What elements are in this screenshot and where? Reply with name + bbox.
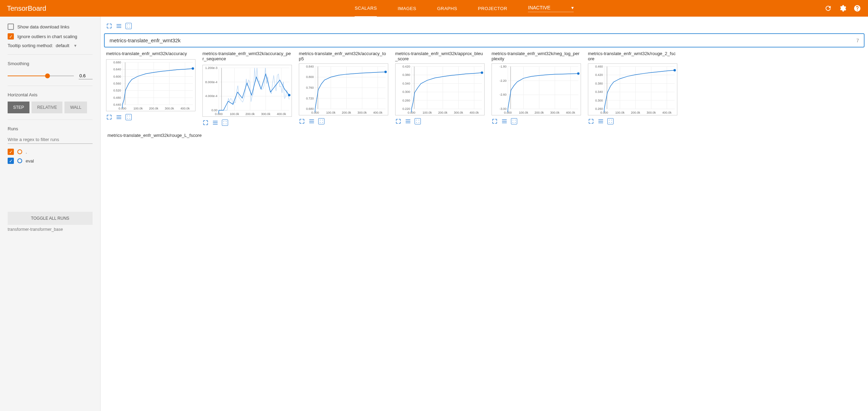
svg-point-115 bbox=[419, 122, 419, 123]
svg-text:0.680: 0.680 bbox=[306, 107, 314, 111]
category-count: 7 bbox=[856, 38, 859, 43]
chart-plot[interactable]: 0.8400.8000.7600.7200.6800.000100.0k200.… bbox=[299, 63, 388, 115]
fullscreen-icon[interactable] bbox=[106, 114, 112, 120]
help-icon[interactable] bbox=[853, 5, 861, 12]
svg-point-34 bbox=[130, 118, 130, 119]
fit-domain-icon[interactable] bbox=[125, 23, 132, 29]
run-row[interactable]: . bbox=[8, 149, 93, 155]
tab-images[interactable]: IMAGES bbox=[398, 0, 416, 17]
svg-text:200.0k: 200.0k bbox=[631, 111, 640, 114]
svg-point-114 bbox=[416, 122, 417, 123]
svg-point-85 bbox=[320, 122, 320, 123]
svg-text:400.0k: 400.0k bbox=[373, 111, 382, 114]
lines-icon[interactable] bbox=[116, 23, 122, 29]
svg-text:400.0k: 400.0k bbox=[277, 112, 286, 116]
runs-filter-input[interactable] bbox=[8, 135, 93, 144]
chart-plot[interactable]: 1.200e-38.000e-44.000e-40.000.000100.0k2… bbox=[202, 65, 292, 117]
svg-point-32 bbox=[130, 116, 130, 116]
fullscreen-icon[interactable] bbox=[395, 118, 401, 124]
category-card[interactable]: metrics-translate_enfr_wmt32k 7 bbox=[104, 33, 865, 47]
svg-point-56 bbox=[224, 121, 224, 122]
svg-point-140 bbox=[515, 122, 515, 123]
tab-scalars[interactable]: SCALARS bbox=[355, 0, 377, 17]
chart-title: metrics-translate_enfr_wmt32k/rouge_L_fs… bbox=[104, 131, 865, 140]
smoothing-input[interactable] bbox=[79, 72, 93, 79]
chart-plot[interactable]: 0.4200.3800.3400.3000.2600.2200.000100.0… bbox=[395, 63, 485, 115]
checkbox-checked-icon bbox=[8, 149, 14, 155]
lines-icon[interactable] bbox=[405, 118, 411, 124]
svg-text:0.220: 0.220 bbox=[402, 107, 410, 111]
refresh-icon[interactable] bbox=[824, 5, 832, 12]
logdir-label: transformer-transformer_base bbox=[8, 227, 93, 232]
ignore-outliers-row[interactable]: Ignore outliers in chart scaling bbox=[8, 33, 93, 40]
lines-icon[interactable] bbox=[212, 120, 218, 126]
svg-text:200.0k: 200.0k bbox=[149, 107, 158, 110]
tooltip-sort-select[interactable]: default ▾ bbox=[56, 43, 77, 48]
radio-icon bbox=[17, 158, 22, 163]
tab-projector[interactable]: PROJECTOR bbox=[478, 0, 507, 17]
svg-text:400.0k: 400.0k bbox=[662, 111, 671, 114]
fullscreen-icon[interactable] bbox=[492, 118, 498, 124]
svg-text:100.0k: 100.0k bbox=[230, 112, 239, 116]
chart-title: metrics-translate_enfr_wmt32k/approx_ble… bbox=[395, 51, 485, 61]
chart-title: metrics-translate_enfr_wmt32k/accuracy bbox=[106, 51, 196, 57]
axis-wall-button[interactable]: WALL bbox=[64, 102, 87, 113]
lines-icon[interactable] bbox=[116, 114, 122, 120]
chart-plot[interactable]: -1.80-2.20-2.60-3.000.000100.0k200.0k300… bbox=[492, 63, 581, 115]
svg-text:1.200e-3: 1.200e-3 bbox=[205, 66, 217, 70]
fit-domain-icon[interactable] bbox=[415, 118, 421, 124]
svg-point-169 bbox=[611, 122, 612, 123]
svg-text:0.260: 0.260 bbox=[595, 107, 603, 111]
chart-card: metrics-translate_enfr_wmt32k/accuracy_t… bbox=[299, 51, 388, 126]
svg-text:0.340: 0.340 bbox=[595, 90, 603, 94]
axis-step-button[interactable]: STEP bbox=[8, 102, 29, 113]
svg-text:-2.20: -2.20 bbox=[500, 79, 506, 82]
smoothing-slider[interactable] bbox=[8, 76, 74, 76]
lines-icon[interactable] bbox=[598, 118, 604, 124]
fullscreen-icon[interactable] bbox=[299, 118, 305, 124]
svg-text:0.680: 0.680 bbox=[113, 61, 121, 64]
axis-relative-button[interactable]: RELATIVE bbox=[32, 102, 62, 113]
svg-text:-1.80: -1.80 bbox=[500, 65, 506, 68]
inactive-dropdown[interactable]: INACTIVE ▾ bbox=[528, 5, 574, 12]
svg-text:400.0k: 400.0k bbox=[180, 107, 190, 110]
svg-point-31 bbox=[127, 116, 128, 116]
fit-domain-icon[interactable] bbox=[607, 118, 614, 124]
svg-text:0.600: 0.600 bbox=[113, 75, 121, 78]
category-name: metrics-translate_enfr_wmt32k bbox=[110, 37, 181, 43]
svg-text:400.0k: 400.0k bbox=[469, 111, 479, 114]
lines-icon[interactable] bbox=[501, 118, 507, 124]
svg-text:0.380: 0.380 bbox=[595, 82, 603, 85]
tab-graphs[interactable]: GRAPHS bbox=[437, 0, 457, 17]
svg-text:0.800: 0.800 bbox=[306, 75, 314, 79]
fit-domain-icon[interactable] bbox=[125, 114, 132, 120]
chart-plot[interactable]: 0.6800.6400.6000.5600.5200.4800.4400.000… bbox=[106, 59, 196, 111]
svg-text:0.260: 0.260 bbox=[402, 99, 410, 102]
svg-text:400.0k: 400.0k bbox=[566, 111, 575, 114]
svg-text:0.300: 0.300 bbox=[402, 90, 410, 94]
show-download-row[interactable]: Show data download links bbox=[8, 24, 93, 30]
svg-text:300.0k: 300.0k bbox=[646, 111, 656, 114]
fullscreen-icon[interactable] bbox=[106, 23, 112, 29]
tooltip-sort-row[interactable]: Tooltip sorting method: default ▾ bbox=[8, 43, 93, 48]
fit-domain-icon[interactable] bbox=[511, 118, 517, 124]
fullscreen-icon[interactable] bbox=[202, 120, 209, 126]
svg-point-55 bbox=[288, 94, 290, 96]
fullscreen-icon[interactable] bbox=[588, 118, 594, 124]
run-row[interactable]: eval bbox=[8, 158, 93, 164]
svg-text:300.0k: 300.0k bbox=[357, 111, 367, 114]
svg-text:0.420: 0.420 bbox=[595, 73, 603, 77]
chart-plot[interactable]: 0.4600.4200.3800.3400.3000.2600.000100.0… bbox=[588, 63, 677, 115]
main-pane: metrics-translate_enfr_wmt32k 7 metrics-… bbox=[101, 17, 868, 411]
fit-domain-icon[interactable] bbox=[318, 118, 324, 124]
gear-icon[interactable] bbox=[839, 5, 847, 12]
svg-text:200.0k: 200.0k bbox=[245, 112, 255, 116]
run-name: eval bbox=[26, 158, 34, 164]
svg-text:0.720: 0.720 bbox=[306, 97, 314, 100]
lines-icon[interactable] bbox=[309, 118, 315, 124]
svg-point-139 bbox=[513, 122, 513, 123]
toggle-all-runs-button[interactable]: TOGGLE ALL RUNS bbox=[8, 212, 93, 225]
fit-domain-icon[interactable] bbox=[222, 120, 228, 126]
svg-text:0.300: 0.300 bbox=[595, 99, 603, 102]
smoothing-label: Smoothing bbox=[8, 61, 93, 66]
